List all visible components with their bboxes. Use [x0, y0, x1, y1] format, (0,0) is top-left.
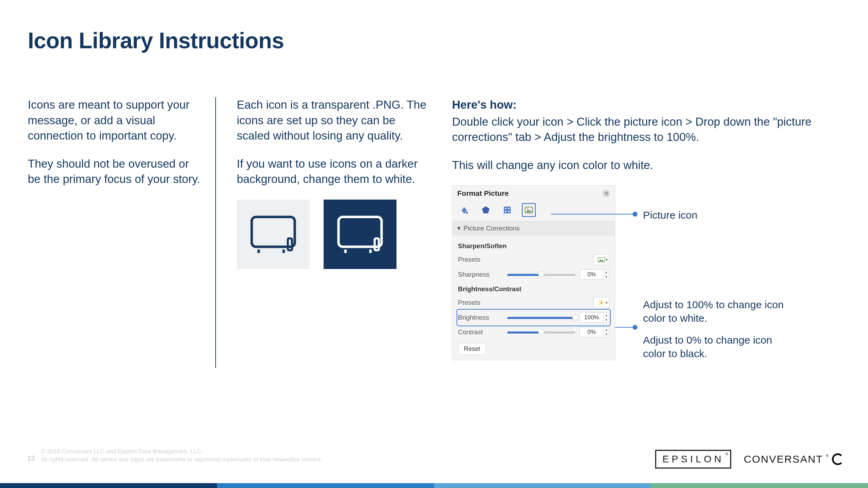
brightness-slider[interactable] [507, 316, 575, 319]
svg-point-14 [508, 211, 509, 212]
svg-marker-9 [482, 206, 490, 213]
callout-line-1 [551, 214, 634, 214]
presets-row-1: Presets [458, 252, 609, 267]
sharpness-row: Sharpness 0% ▲▼ [458, 267, 609, 282]
brightness-value[interactable]: 100% [579, 312, 604, 323]
presets-icon [598, 256, 605, 263]
panel-header: Format Picture ✕ [452, 186, 615, 200]
chevron-down-icon: ▾ [457, 224, 461, 232]
reset-button[interactable]: Reset [458, 343, 486, 355]
slide: Icon Library Instructions Icons are mean… [0, 0, 868, 488]
sharpness-label: Sharpness [458, 271, 503, 278]
format-picture-panel-wrap: Format Picture ✕ [452, 185, 834, 360]
size-tab-icon[interactable] [500, 203, 514, 217]
panel-tabs [452, 200, 615, 221]
page-title: Icon Library Instructions [28, 28, 284, 53]
icon-tile-dark [324, 200, 397, 269]
panel-section-label: Picture Corrections [464, 225, 520, 232]
brightness-label: Brightness [458, 314, 503, 321]
footer: © 2018 Conversant LLC and Epsilon Data M… [28, 448, 322, 464]
sharpen-presets-button[interactable] [593, 254, 609, 265]
column-3: Here's how: Double click your icon > Cli… [452, 97, 834, 368]
svg-point-20 [600, 302, 603, 304]
callout-adjust-100: Adjust to 100% to change icon color to w… [643, 298, 789, 325]
sun-icon [598, 299, 605, 306]
sharpen-soften-head: Sharpen/Soften [458, 242, 609, 250]
footer-line-2: All rights reserved. All names and logos… [41, 456, 322, 464]
svg-line-28 [603, 301, 604, 302]
callout-line-2 [615, 327, 634, 328]
contrast-row: Contrast 0% ▲▼ [458, 325, 609, 339]
column-2: Each icon is a transparent .PNG. The ico… [237, 97, 452, 368]
contrast-value[interactable]: 0% [579, 327, 604, 337]
brightness-presets-button[interactable] [593, 297, 609, 308]
close-icon[interactable]: ✕ [602, 190, 610, 197]
col2-para-1: Each icon is a transparent .PNG. The ico… [237, 97, 431, 144]
footer-line-1: © 2018 Conversant LLC and Epsilon Data M… [41, 448, 322, 456]
heres-how-label: Here's how: [452, 98, 517, 111]
bottom-accent-bar [0, 483, 868, 488]
panel-section-toggle[interactable]: ▾ Picture Corrections [452, 221, 615, 235]
contrast-label: Contrast [458, 328, 503, 336]
vertical-divider [215, 97, 216, 368]
svg-rect-5 [375, 238, 379, 250]
callout-dot-2 [633, 325, 637, 330]
sharpness-value[interactable]: 0% [579, 269, 604, 280]
col3-para-2: This will change any icon color to white… [452, 158, 834, 173]
brightness-row: Brightness 100% ▲▼ [458, 310, 609, 325]
conversant-logo: CONVERSANT® [744, 453, 844, 465]
sharpness-stepper[interactable]: ▲▼ [604, 269, 609, 280]
col1-para-2: They should not be overused or be the pr… [28, 156, 201, 187]
col3-para-1: Double click your icon > Click the pictu… [452, 114, 834, 145]
svg-point-11 [505, 208, 507, 209]
column-1: Icons are meant to support your message,… [28, 97, 215, 368]
conversant-logo-text: CONVERSANT [744, 453, 823, 465]
conversant-ring-icon [832, 453, 844, 465]
tv-icon [336, 213, 384, 255]
picture-tab-icon[interactable] [522, 203, 536, 217]
col2-para-2: If you want to use icons on a darker bac… [237, 156, 431, 187]
icon-example-tiles [237, 200, 431, 269]
svg-line-25 [599, 301, 600, 302]
svg-point-8 [466, 212, 468, 214]
col1-para-1: Icons are meant to support your message,… [28, 97, 201, 144]
format-picture-panel: Format Picture ✕ [452, 185, 615, 360]
svg-line-27 [599, 304, 600, 305]
svg-marker-19 [599, 259, 604, 261]
svg-rect-10 [504, 207, 511, 213]
presets-row-2: Presets [458, 295, 609, 310]
callout-dot-1 [633, 212, 637, 217]
fill-tab-icon[interactable] [457, 203, 471, 217]
svg-point-13 [505, 211, 507, 212]
svg-point-17 [527, 208, 528, 209]
effects-tab-icon[interactable] [479, 203, 493, 217]
panel-title: Format Picture [457, 189, 509, 197]
panel-body: Sharpen/Soften Presets Sharpness [452, 235, 615, 360]
tv-icon [249, 213, 298, 255]
callout-adjust-0: Adjust to 0% to change icon color to bla… [643, 333, 789, 360]
content-columns: Icons are meant to support your message,… [28, 97, 840, 368]
svg-line-26 [603, 304, 604, 305]
svg-marker-16 [526, 209, 532, 212]
presets-label-2: Presets [458, 299, 503, 306]
epsilon-logo-text: EPSILON [662, 454, 724, 464]
logos: EPSILON® CONVERSANT® [655, 450, 844, 469]
contrast-stepper[interactable]: ▲▼ [604, 327, 609, 337]
sharpness-slider[interactable] [507, 273, 575, 276]
icon-tile-light [237, 200, 310, 269]
presets-label-1: Presets [458, 256, 503, 263]
brightness-contrast-head: Brightness/Contrast [458, 285, 609, 293]
callout-picture-icon: Picture icon [643, 208, 698, 222]
contrast-slider[interactable] [507, 330, 575, 334]
brightness-stepper[interactable]: ▲▼ [604, 312, 609, 323]
svg-rect-1 [288, 238, 292, 250]
svg-point-12 [508, 208, 509, 209]
epsilon-logo: EPSILON® [655, 450, 731, 469]
